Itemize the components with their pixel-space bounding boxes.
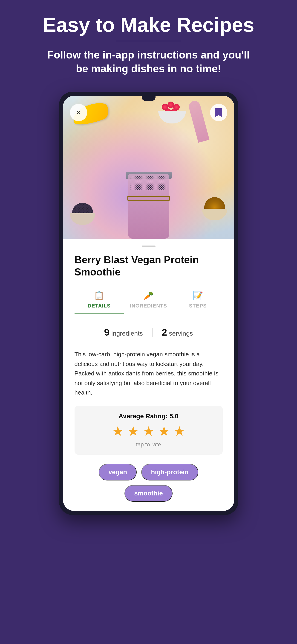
servings-count: 2: [162, 327, 167, 338]
star-4[interactable]: ★: [158, 424, 170, 438]
stats-divider: [152, 328, 153, 337]
tap-to-rate-label[interactable]: tap to rate: [84, 441, 214, 448]
star-5[interactable]: ★: [173, 424, 185, 438]
recipe-image: ×: [63, 96, 234, 238]
tag-smoothie[interactable]: smoothie: [124, 485, 172, 502]
ingredients-label: ingredients: [111, 330, 143, 337]
tags-row: vegan high-protein smoothie: [74, 464, 223, 502]
ingredients-icon: 🥕: [143, 291, 154, 300]
ingredients-stat: 9 ingredients: [104, 327, 143, 338]
tag-vegan[interactable]: vegan: [99, 464, 137, 480]
stars-row[interactable]: ★ ★ ★ ★ ★: [84, 424, 214, 438]
phone-frame: × Berry Blast Vegan Protein Smoothie 📋 D…: [59, 92, 238, 515]
peanut-butter-bowl: [200, 197, 230, 220]
pour-stream: [188, 100, 207, 146]
recipe-tabs: 📋 DETAILS 🥕 INGREDIENTS 📝 STEPS: [74, 286, 223, 314]
star-1[interactable]: ★: [112, 424, 124, 438]
steps-icon: 📝: [193, 291, 203, 300]
phone-notch: [142, 96, 156, 101]
tab-details-label: DETAILS: [88, 303, 110, 309]
drag-handle: [142, 246, 156, 247]
page-title: Easy to Make Recipes: [43, 14, 255, 36]
page-subtitle: Follow the in-app instructions and you'l…: [45, 48, 252, 76]
tag-high-protein[interactable]: high-protein: [141, 464, 198, 480]
stats-row: 9 ingredients 2 servings: [74, 321, 223, 344]
raspberry-bowl: [156, 100, 188, 124]
servings-stat: 2 servings: [162, 327, 193, 338]
tab-steps[interactable]: 📝 STEPS: [173, 286, 223, 314]
close-button[interactable]: ×: [70, 104, 87, 121]
tab-details[interactable]: 📋 DETAILS: [74, 286, 124, 314]
tab-steps-label: STEPS: [189, 303, 207, 309]
recipe-description: This low-carb, high-protein vegan smooth…: [74, 350, 223, 398]
tab-ingredients-label: INGREDIENTS: [130, 303, 167, 309]
close-icon: ×: [76, 108, 81, 117]
bookmark-button[interactable]: [210, 104, 227, 121]
title-divider: [116, 41, 181, 41]
ingredients-count: 9: [104, 327, 109, 338]
star-2[interactable]: ★: [127, 424, 139, 438]
bookmark-icon: [215, 108, 222, 117]
mason-jar: [126, 165, 172, 238]
tab-ingredients[interactable]: 🥕 INGREDIENTS: [124, 286, 173, 314]
recipe-content: Berry Blast Vegan Protein Smoothie 📋 DET…: [63, 238, 234, 511]
rating-box[interactable]: Average Rating: 5.0 ★ ★ ★ ★ ★ tap to rat…: [74, 406, 223, 455]
servings-label: servings: [169, 330, 193, 337]
star-3[interactable]: ★: [143, 424, 155, 438]
details-icon: 📋: [94, 291, 104, 300]
chia-seed-bowl: [68, 202, 98, 225]
rating-title: Average Rating: 5.0: [84, 412, 214, 420]
phone-screen: × Berry Blast Vegan Protein Smoothie 📋 D…: [63, 96, 234, 511]
recipe-title: Berry Blast Vegan Protein Smoothie: [74, 254, 223, 278]
